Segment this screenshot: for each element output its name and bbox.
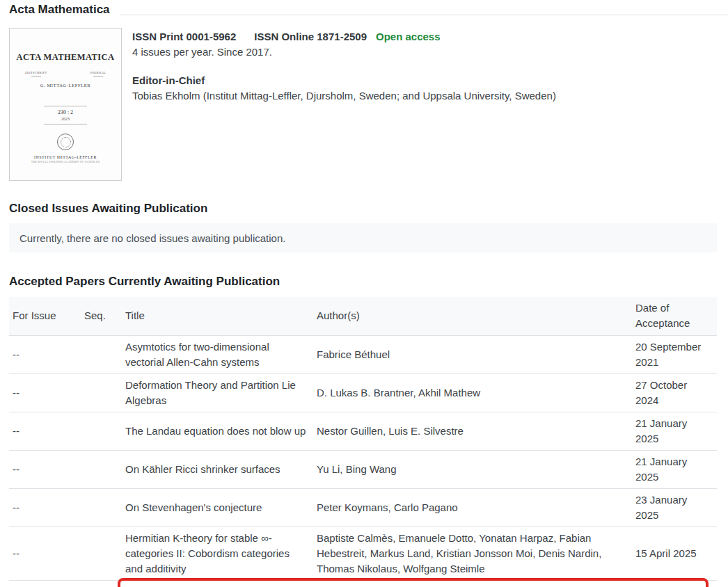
col-header-for-issue: For Issue xyxy=(9,297,81,335)
table-row: -- On Stevenhagen's conjecture Peter Koy… xyxy=(9,488,717,526)
cell-date: 8 June 2025 xyxy=(632,580,717,587)
accepted-papers-heading: Accepted Papers Currently Awaiting Publi… xyxy=(9,275,719,289)
table-row: -- The Landau equation does not blow up … xyxy=(9,412,717,450)
cell-for-issue: -- xyxy=(9,450,81,488)
cell-title: The Landau equation does not blow up xyxy=(122,412,313,450)
table-header: For Issue Seq. Title Author(s) Date of A… xyxy=(9,297,717,335)
cell-authors: Huiping Pan, Michael Wolf xyxy=(313,580,632,587)
closed-issues-panel: Currently, there are no closed issues aw… xyxy=(9,223,717,252)
cell-title: Asymtotics for two-dimensional vectorial… xyxy=(122,335,313,373)
closed-issues-heading: Closed Issues Awaiting Publication xyxy=(9,202,719,216)
journal-page: Acta Mathematica ACTA MATHEMATICA ZEITSC… xyxy=(0,0,728,587)
cell-date: 21 January 2025 xyxy=(632,450,717,488)
cell-date: 27 October 2024 xyxy=(632,373,717,412)
issn-online: ISSN Online 1871-2509 xyxy=(254,31,367,42)
paper-title: Deformation Theory and Partition Lie Alg… xyxy=(125,379,296,406)
cover-rule-bottom xyxy=(44,124,87,124)
cover-right-label: JOURNAL xyxy=(90,71,106,74)
institute-seal-icon xyxy=(57,134,74,150)
cell-authors: D. Lukas B. Brantner, Akhil Mathew xyxy=(313,373,632,412)
cell-authors: Yu Li, Bing Wang xyxy=(313,450,632,488)
cover-title: ACTA MATHEMATICA xyxy=(10,52,121,63)
cover-institute-subtitle: THE ROYAL SWEDISH ACADEMY OF SCIENCES xyxy=(10,160,121,163)
table-row: -- Asymtotics for two-dimensional vector… xyxy=(9,335,717,373)
cover-volume: 230 : 2 xyxy=(10,109,121,115)
paper-title: On Stevenhagen's conjecture xyxy=(125,501,262,513)
paper-title: Asymtotics for two-dimensional vectorial… xyxy=(125,341,269,368)
paper-title: On Kähler Ricci shrinker surfaces xyxy=(125,463,280,475)
col-header-authors: Author(s) xyxy=(313,297,632,335)
open-access-link[interactable]: Open access xyxy=(376,31,441,42)
cell-for-issue: -- xyxy=(9,335,81,373)
cover-left-label-rule xyxy=(31,76,41,77)
cell-seq xyxy=(81,412,122,450)
page-header: Acta Mathematica xyxy=(0,0,728,17)
cell-for-issue: -- xyxy=(9,412,81,450)
cell-title: Hermitian K-theory for stable ∞-categori… xyxy=(122,526,313,580)
cover-left-label: ZEITSCHRIFT xyxy=(25,71,47,74)
cell-seq xyxy=(81,335,122,373)
cell-authors: Peter Koymans, Carlo Pagano xyxy=(313,488,632,526)
journal-meta: ISSN Print 0001-5962ISSN Online 1871-250… xyxy=(132,29,556,104)
cover-right-label-rule xyxy=(93,76,103,77)
page-title: Acta Mathematica xyxy=(9,3,110,16)
cover-rule-top xyxy=(44,106,87,106)
cell-seq xyxy=(81,580,122,587)
table-row: -- Hermitian K-theory for stable ∞-categ… xyxy=(9,526,717,580)
header-divider xyxy=(120,15,728,15)
cell-date: 20 September 2021 xyxy=(632,335,717,373)
table-row: -- Ray structures on Teichmüller space H… xyxy=(9,580,717,587)
cell-seq xyxy=(81,450,122,488)
cell-for-issue: -- xyxy=(9,580,81,587)
cell-title: On Kähler Ricci shrinker surfaces xyxy=(122,450,313,488)
issn-line: ISSN Print 0001-5962ISSN Online 1871-250… xyxy=(132,29,556,45)
cell-date: 15 April 2025 xyxy=(632,526,717,580)
cover-institute: INSTITUT MITTAG-LEFFLER xyxy=(10,155,121,159)
paper-title: The Landau equation does not blow up xyxy=(125,425,306,437)
cell-title: Deformation Theory and Partition Lie Alg… xyxy=(122,373,313,412)
cell-for-issue: -- xyxy=(9,373,81,412)
col-header-seq: Seq. xyxy=(81,297,122,335)
cell-date: 23 January 2025 xyxy=(632,488,717,526)
cell-seq xyxy=(81,488,122,526)
table-row: -- On Kähler Ricci shrinker surfaces Yu … xyxy=(9,450,717,488)
cell-date: 21 January 2025 xyxy=(632,412,717,450)
cover-founder: G. MITTAG-LEFFLER xyxy=(10,83,121,88)
issn-print: ISSN Print 0001-5962 xyxy=(132,31,236,42)
cover-year: 2023 xyxy=(10,117,121,121)
cell-seq xyxy=(81,526,122,580)
cell-title: On Stevenhagen's conjecture xyxy=(122,488,313,526)
cell-authors: Fabrice Béthuel xyxy=(313,335,632,373)
frequency-text: 4 issues per year. Since 2017. xyxy=(132,45,556,60)
accepted-papers-table: For Issue Seq. Title Author(s) Date of A… xyxy=(9,297,717,587)
editor-in-chief-heading: Editor-in-Chief xyxy=(132,73,556,88)
journal-cover-image: ACTA MATHEMATICA ZEITSCHRIFT JOURNAL G. … xyxy=(9,28,122,181)
closed-issues-message: Currently, there are no closed issues aw… xyxy=(19,232,285,244)
col-header-title: Title xyxy=(122,297,313,335)
cell-seq xyxy=(81,373,122,412)
paper-title: Hermitian K-theory for stable ∞-categori… xyxy=(125,532,290,574)
editor-in-chief-name: Tobias Ekholm (Institut Mittag-Leffler, … xyxy=(132,88,556,104)
cell-authors: Baptiste Calmès, Emanuele Dotto, Yonatan… xyxy=(313,526,632,580)
papers-table-body: -- Asymtotics for two-dimensional vector… xyxy=(9,335,717,587)
journal-info-section: ACTA MATHEMATICA ZEITSCHRIFT JOURNAL G. … xyxy=(9,28,719,182)
table-header-row: For Issue Seq. Title Author(s) Date of A… xyxy=(9,297,717,335)
cell-for-issue: -- xyxy=(9,488,81,526)
col-header-date: Date of Acceptance xyxy=(632,297,717,335)
table-row: -- Deformation Theory and Partition Lie … xyxy=(9,373,717,412)
cell-for-issue: -- xyxy=(9,526,81,580)
cover-labels: ZEITSCHRIFT JOURNAL xyxy=(10,71,121,77)
cell-authors: Nestor Guillen, Luis E. Silvestre xyxy=(313,412,632,450)
cell-title: Ray structures on Teichmüller space xyxy=(122,580,313,587)
